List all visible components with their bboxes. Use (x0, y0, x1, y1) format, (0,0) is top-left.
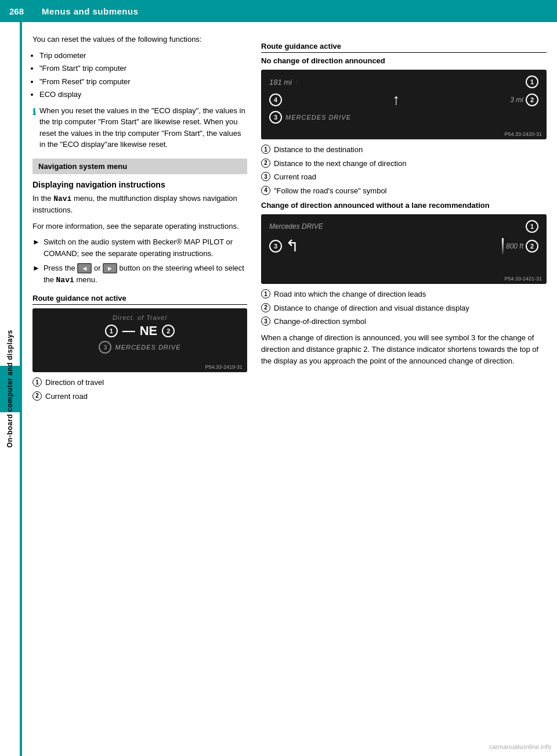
dash3-turn-arrow: ↰ (285, 236, 299, 255)
page-layout: On-board computer and displays You can r… (0, 22, 557, 756)
cn-num-3: 3 (261, 316, 270, 326)
route-not-active-title: Route guidance not active (32, 294, 247, 305)
disp-nav-heading: Displaying navigation instructions (32, 180, 247, 189)
cn-text-2: Distance to change of direction and visu… (274, 303, 469, 314)
page-number: 268 (9, 6, 30, 16)
dash2-circle1: 1 (526, 75, 538, 88)
numbered-item-2: 2 Current road (32, 391, 247, 402)
photo-ref-2: P54.33-2420-31 (504, 131, 542, 137)
cn-num-1: 1 (261, 289, 270, 298)
dash2-dist-top: 181 mi (269, 78, 292, 87)
dash3-circle1: 1 (526, 220, 538, 233)
dash2-circle3: 3 (269, 111, 282, 124)
disp-nav-para2: For more information, see the separate o… (32, 221, 247, 232)
num-1: 1 (32, 377, 42, 387)
dash3-left-group: 3 ↰ (269, 236, 299, 255)
btn-left[interactable]: ◄ (77, 263, 92, 273)
sidebar: On-board computer and displays (0, 22, 22, 756)
dash3-top-row: Mercedes DRIVE 1 (269, 220, 538, 233)
arrow-text-2: Press the ◄ or ► button on the steering … (44, 262, 247, 286)
page-title: Menus and submenus (42, 6, 139, 16)
intro-text: You can reset the values of the followin… (32, 34, 247, 45)
disp-nav-para1-prefix: In the (32, 194, 53, 203)
info-text: When you reset the values in the "ECO di… (39, 105, 247, 150)
dash-circle-1: 1 (105, 325, 118, 337)
bullet-item: "From Start" trip computer (39, 63, 247, 74)
cn-item-2: 2 Distance to change of direction and vi… (261, 303, 547, 314)
dash-circle-2: 2 (162, 325, 175, 337)
nc-num-3: 3 (261, 172, 270, 181)
dash3-dist-bar (502, 238, 504, 254)
arrow-symbol-2: ► (32, 262, 40, 286)
cn-text-1: Road into which the change of direction … (274, 289, 426, 300)
dash2-dist-row: 181 mi ↑ (269, 78, 298, 87)
bullet-item: "From Reset" trip computer (39, 76, 247, 88)
watermark: carmanualsonline.info (489, 743, 551, 750)
navi-keyword: Navi (53, 195, 71, 203)
route-active-title: Route guidance active (261, 42, 547, 53)
arrow-item-2: ► Press the ◄ or ► button on the steerin… (32, 262, 247, 286)
dash-circle-3b: 3 (99, 341, 111, 354)
nc-num-1: 1 (261, 145, 270, 154)
dash-image-1-inner: Direct. of Travel 1 — NE 2 3 MERCEDES DR… (32, 308, 247, 359)
cn-text-3: Change-of-direction symbol (274, 316, 366, 327)
dash3-dist-group: 800 ft 2 (502, 238, 538, 254)
dash-image-3: Mercedes DRIVE 1 3 ↰ 800 ft (261, 214, 547, 284)
nc-item-2: 2 Distance to the next change of directi… (261, 158, 547, 170)
dash3-road: Mercedes DRIVE (269, 222, 323, 231)
dash3-mid-row: 3 ↰ 800 ft 2 (269, 236, 538, 255)
header-bar: 268 Menus and submenus (0, 0, 557, 22)
main-content: You can reset the values of the followin… (22, 22, 557, 756)
item-text-2: Current road (45, 391, 88, 402)
numbered-item-1: 1 Direction of travel (32, 377, 247, 388)
nc-item-3: 3 Current road (261, 171, 547, 183)
dash2-road: MERCEDES DRIVE (285, 114, 351, 121)
dash3-circle2: 2 (526, 240, 538, 253)
nc-item-1: 1 Distance to the destination (261, 144, 547, 156)
dash-row-1: 1 — NE 2 (41, 323, 239, 339)
cn-item-3: 3 Change-of-direction symbol (261, 316, 547, 327)
dash-direction: NE (140, 323, 158, 339)
change-no-lane-list: 1 Road into which the change of directio… (261, 289, 547, 327)
dash2-mid-row: 4 ↑ 3 mi 2 (269, 91, 538, 109)
bullet-item: Trip odometer (39, 50, 247, 62)
dash3-dist: 800 ft (506, 242, 523, 250)
dash2-arrow-up: ↑ (295, 79, 298, 85)
btn-right[interactable]: ► (103, 263, 117, 273)
left-column: You can reset the values of the followin… (32, 34, 247, 744)
dash2-circle2: 2 (526, 93, 538, 106)
disp-nav-para1: In the Navi menu, the multifunction disp… (32, 193, 247, 216)
dash2-top-row: 181 mi ↑ 1 (269, 75, 538, 88)
nc-item-4: 4 "Follow the road's course" symbol (261, 185, 547, 197)
dash-image-3-inner: Mercedes DRIVE 1 3 ↰ 800 ft (261, 214, 547, 284)
dash2-small-dist: 3 mi 2 (510, 93, 538, 106)
nc-text-4: "Follow the road's course" symbol (274, 185, 387, 197)
no-change-title: No change of direction announced (261, 56, 547, 65)
bullet-item: ECO display (39, 89, 247, 100)
nc-num-4: 4 (261, 186, 270, 195)
info-icon: ℹ (32, 106, 36, 150)
dash3-circle3: 3 (269, 240, 282, 253)
cn-item-1: 1 Road into which the change of directio… (261, 289, 547, 300)
nav-menu-box: Navigation system menu (32, 159, 247, 174)
dash-image-2: 181 mi ↑ 1 4 ↑ 3 mi 2 (261, 70, 547, 139)
dash-image-1: Direct. of Travel 1 — NE 2 3 MERCEDES DR… (32, 308, 247, 372)
info-box: ℹ When you reset the values in the "ECO … (32, 105, 247, 150)
dash-image-2-inner: 181 mi ↑ 1 4 ↑ 3 mi 2 (261, 70, 547, 139)
photo-ref-3: P54.33-2421-31 (504, 276, 542, 282)
closing-para: When a change of direction is announced,… (261, 332, 547, 367)
dash2-road-row: 3 MERCEDES DRIVE (269, 111, 538, 124)
no-change-list: 1 Distance to the destination 2 Distance… (261, 144, 547, 196)
nc-text-2: Distance to the next change of direction (274, 158, 406, 170)
change-no-lane-title: Change of direction announced without a … (261, 201, 547, 210)
right-column: Route guidance active No change of direc… (261, 34, 547, 744)
dash2-circle4: 4 (269, 93, 282, 106)
route-not-active-list: 1 Direction of travel 2 Current road (32, 377, 247, 402)
dash-road-1: MERCEDES DRIVE (115, 344, 180, 351)
bullet-list: Trip odometer "From Start" trip computer… (39, 50, 247, 100)
sidebar-label: On-board computer and displays (6, 330, 14, 448)
dash2-up-arrow: ↑ (392, 91, 400, 109)
cn-num-2: 2 (261, 303, 270, 312)
item-text-1: Direction of travel (45, 377, 104, 388)
nc-num-2: 2 (261, 159, 270, 168)
